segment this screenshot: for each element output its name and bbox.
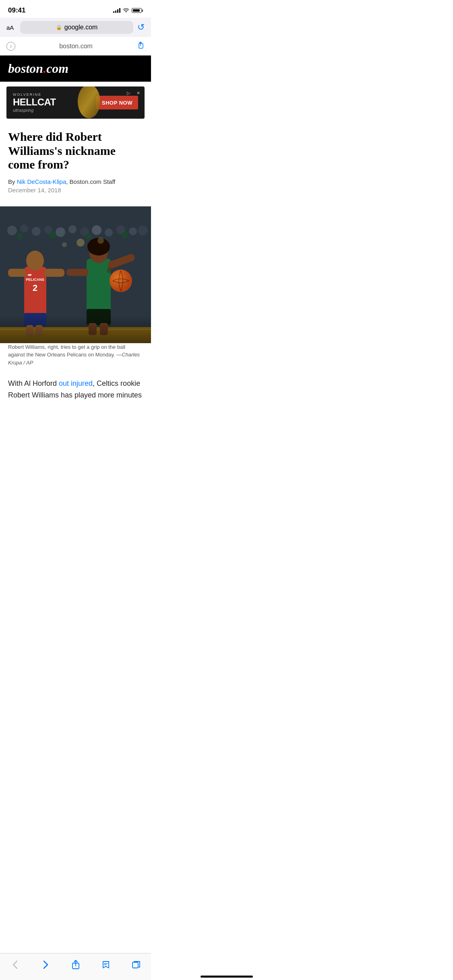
ad-brand-sub: ultraspring xyxy=(13,108,56,113)
svg-point-16 xyxy=(49,232,56,239)
svg-point-10 xyxy=(92,225,101,235)
svg-point-5 xyxy=(32,227,41,236)
svg-rect-34 xyxy=(66,269,89,276)
ad-close-icon[interactable]: ✕ xyxy=(134,89,142,97)
url-bar-container: aA 🔒 google.com ↺ xyxy=(0,18,151,37)
ad-play-icon[interactable]: ▷ xyxy=(124,89,132,97)
boot-image xyxy=(76,86,102,119)
svg-rect-26 xyxy=(44,269,64,277)
svg-point-4 xyxy=(20,224,28,233)
basketball-scene: 2 PELICANS xyxy=(0,206,151,343)
svg-point-11 xyxy=(105,229,113,237)
article-image: 2 PELICANS xyxy=(0,206,151,343)
status-time: 09:41 xyxy=(8,6,25,14)
ad-brand-small: WOLVERINE xyxy=(13,93,56,97)
svg-point-8 xyxy=(68,225,77,233)
signal-icon xyxy=(113,8,120,13)
url-text: google.com xyxy=(64,24,98,31)
article-date: December 14, 2018 xyxy=(8,187,143,194)
svg-text:2: 2 xyxy=(33,283,37,293)
svg-point-1 xyxy=(78,86,100,118)
url-bar[interactable]: 🔒 google.com xyxy=(20,21,133,34)
svg-point-3 xyxy=(7,226,17,235)
ad-content-left: WOLVERINE HELLCAT ultraspring xyxy=(13,93,56,113)
wifi-icon xyxy=(123,8,129,13)
svg-rect-0 xyxy=(139,43,143,48)
ad-brand-main: HELLCAT xyxy=(13,97,56,108)
ad-icons: ▷ ✕ xyxy=(124,89,142,97)
svg-rect-30 xyxy=(87,259,111,311)
svg-rect-25 xyxy=(8,269,26,277)
article-content: Where did Robert Williams's nickname com… xyxy=(0,124,151,206)
svg-point-24 xyxy=(26,251,44,271)
svg-point-40 xyxy=(97,237,104,244)
image-caption: Robert Williams, right, tries to get a g… xyxy=(0,343,151,370)
info-icon[interactable]: i xyxy=(6,42,15,51)
svg-point-41 xyxy=(62,242,67,247)
svg-point-18 xyxy=(121,231,128,239)
svg-point-7 xyxy=(56,227,65,237)
share-icon[interactable] xyxy=(137,41,145,51)
site-header: boston.com xyxy=(0,56,151,82)
svg-point-14 xyxy=(138,226,148,235)
svg-text:PELICANS: PELICANS xyxy=(26,278,44,282)
svg-point-39 xyxy=(77,239,85,247)
lock-icon: 🔒 xyxy=(56,25,62,30)
ad-cta-button[interactable]: SHOP NOW xyxy=(96,96,138,109)
nav-site-url: boston.com xyxy=(59,43,93,50)
status-icons xyxy=(113,8,143,13)
secondary-nav: i boston.com xyxy=(0,37,151,56)
svg-point-17 xyxy=(85,233,92,239)
article-image-container: 2 PELICANS xyxy=(0,206,151,370)
font-size-control[interactable]: aA xyxy=(6,24,16,31)
battery-icon xyxy=(132,8,143,13)
out-injured-link[interactable]: out injured xyxy=(59,379,93,387)
svg-point-15 xyxy=(17,233,23,240)
author-link[interactable]: Nik DeCosta-Klipa xyxy=(17,178,66,185)
svg-rect-42 xyxy=(0,315,151,343)
article-headline: Where did Robert Williams's nickname com… xyxy=(8,130,143,172)
article-byline: By Nik DeCosta-Klipa, Boston.com Staff xyxy=(8,178,143,185)
status-bar: 09:41 xyxy=(0,0,151,18)
article-body: With Al Horford out injured, Celtics roo… xyxy=(0,375,151,433)
svg-point-13 xyxy=(129,227,137,235)
boston-logo: boston.com xyxy=(8,61,68,76)
reload-button[interactable]: ↺ xyxy=(137,22,145,33)
ad-cta-text: SHOP NOW xyxy=(102,100,132,106)
ad-banner[interactable]: WOLVERINE HELLCAT ultraspring SHOP NOW ▷… xyxy=(6,86,145,119)
